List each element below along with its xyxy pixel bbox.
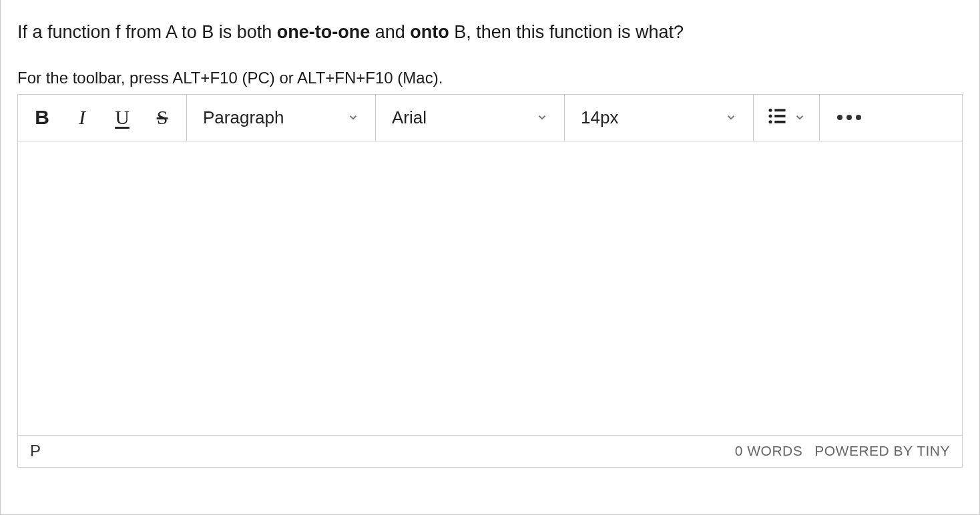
more-button[interactable]	[824, 115, 875, 120]
toolbar-hint: For the toolbar, press ALT+F10 (PC) or A…	[17, 69, 963, 87]
rich-text-editor: B I U S Paragraph Arial 14px	[17, 94, 963, 468]
font-size-label: 14px	[581, 107, 705, 128]
svg-point-4	[769, 121, 772, 124]
more-icon	[837, 115, 861, 120]
text-style-group: B I U S	[18, 95, 187, 141]
svg-point-2	[769, 115, 772, 118]
chevron-down-icon	[536, 111, 548, 123]
font-family-select[interactable]: Arial	[380, 95, 560, 141]
question-text: If a function f from A to B is both one-…	[17, 20, 963, 45]
question-part: B, then this function is what?	[449, 22, 684, 42]
font-family-label: Arial	[392, 107, 516, 128]
question-part: If a function f from A to B is both	[17, 22, 277, 42]
chevron-down-icon	[794, 111, 806, 123]
editor-content-area[interactable]	[18, 141, 962, 435]
question-bold-2: onto	[410, 22, 449, 42]
strikethrough-button[interactable]: S	[142, 95, 182, 141]
editor-toolbar: B I U S Paragraph Arial 14px	[18, 95, 962, 141]
svg-rect-1	[774, 109, 785, 112]
word-count: 0 WORDS	[735, 443, 803, 459]
question-part: and	[370, 22, 410, 42]
size-group: 14px	[565, 95, 754, 141]
list-group	[754, 95, 820, 141]
italic-button[interactable]: I	[62, 95, 102, 141]
question-panel: If a function f from A to B is both one-…	[0, 0, 980, 515]
font-group: Arial	[376, 95, 565, 141]
svg-point-0	[769, 109, 772, 112]
question-bold-1: one-to-one	[277, 22, 370, 42]
format-group: Paragraph	[187, 95, 376, 141]
more-group	[820, 95, 879, 141]
status-right: 0 WORDS POWERED BY TINY	[735, 443, 950, 459]
bold-button[interactable]: B	[22, 95, 62, 141]
editor-statusbar: P 0 WORDS POWERED BY TINY	[18, 435, 962, 467]
bullet-list-button[interactable]	[758, 106, 815, 129]
powered-by[interactable]: POWERED BY TINY	[814, 443, 950, 459]
bullet-list-icon	[767, 106, 787, 129]
underline-button[interactable]: U	[102, 95, 142, 141]
font-size-select[interactable]: 14px	[569, 95, 749, 141]
block-format-select[interactable]: Paragraph	[191, 95, 371, 141]
block-format-label: Paragraph	[203, 107, 327, 128]
svg-rect-3	[774, 115, 785, 117]
chevron-down-icon	[347, 111, 359, 123]
svg-rect-5	[774, 121, 785, 123]
chevron-down-icon	[725, 111, 737, 123]
element-path[interactable]: P	[30, 442, 41, 460]
